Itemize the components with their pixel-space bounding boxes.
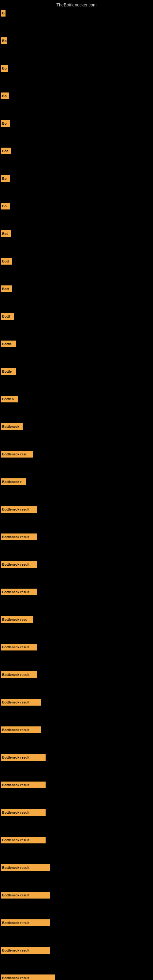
bar-label: Bott (1, 258, 12, 265)
bar-label: Bottleneck result (1, 699, 41, 706)
bar-spacer (1, 128, 152, 146)
bar-label: Bottleneck result (1, 864, 50, 871)
bar-label: Bottleneck result (1, 506, 37, 513)
bar-label: Bottleneck result (1, 589, 37, 595)
bar-spacer (1, 73, 152, 91)
bar-label: Bo (1, 203, 10, 210)
bar-label: Bottleneck result (1, 920, 50, 926)
bar-row: Bottleneck result (1, 725, 152, 734)
bar-spacer (1, 734, 152, 753)
bar-row: Bottleneck result (1, 891, 152, 900)
bar-row: Bottleneck result (1, 918, 152, 928)
bar-label: Bo (1, 65, 8, 72)
bar-spacer (1, 404, 152, 422)
bar-spacer (1, 486, 152, 505)
bar-label: Bottleneck result (1, 837, 46, 843)
bar-spacer (1, 156, 152, 174)
bar-row: Bottleneck result (1, 532, 152, 541)
bar-spacer (1, 789, 152, 808)
bar-spacer (1, 266, 152, 284)
bar-row: Bott (1, 284, 152, 293)
bar-spacer (1, 679, 152, 698)
bar-row: Bo (1, 119, 152, 128)
bar-spacer (1, 624, 152, 643)
bar-spacer (1, 707, 152, 725)
bar-spacer (1, 541, 152, 560)
bar-row: Bottleneck result (1, 780, 152, 789)
bar-spacer (1, 652, 152, 670)
bar-spacer (1, 597, 152, 615)
bar-row: Bott (1, 257, 152, 266)
bar-label: Bottleneck result (1, 644, 37, 651)
bar-row: Bottl (1, 312, 152, 321)
bar-row: Bottleneck (1, 422, 152, 431)
bar-spacer (1, 872, 152, 891)
bar-row: Bottleneck result (1, 505, 152, 514)
bar-row: Bo (1, 64, 152, 73)
bar-label: Bottlen (1, 396, 18, 402)
bar-label: Bottleneck result (1, 975, 55, 980)
bar-row: Bo (1, 202, 152, 211)
bar-spacer (1, 18, 152, 36)
bar-label: Bo (1, 92, 9, 99)
bar-spacer (1, 569, 152, 587)
site-title: TheBottlenecker.com (0, 0, 153, 9)
bar-row: Bottlen (1, 395, 152, 404)
bar-label: Bottle (1, 340, 16, 347)
bar-row: Bo (1, 174, 152, 183)
bar-label: Bottleneck result (1, 754, 46, 761)
bar-row: B (1, 9, 152, 18)
bar-spacer (1, 900, 152, 918)
bar-label: Bottleneck result (1, 892, 50, 899)
bar-label: Bo (1, 120, 10, 127)
bar-label: Bottle (1, 368, 16, 375)
bar-label: Bo (1, 175, 10, 182)
bar-spacer (1, 100, 152, 119)
bar-row: Bottleneck resu (1, 615, 152, 624)
bar-row: Bottleneck result (1, 946, 152, 955)
bar-spacer (1, 845, 152, 863)
bar-label: Bottleneck resu (1, 451, 33, 458)
bar-row: Bottle (1, 367, 152, 376)
bar-label: Bot (1, 230, 11, 237)
bar-spacer (1, 928, 152, 946)
bar-label: Bottleneck r (1, 478, 26, 485)
bar-spacer (1, 45, 152, 64)
bar-spacer (1, 321, 152, 339)
bar-label: Bottleneck result (1, 561, 37, 568)
bars-container: BBoBoBoBoBotBoBoBotBottBottBottlBottleBo… (0, 9, 153, 980)
bar-spacer (1, 211, 152, 229)
bar-label: Bottleneck result (1, 781, 46, 788)
bar-spacer (1, 817, 152, 835)
bar-label: Bottl (1, 313, 14, 320)
bar-label: Bot (1, 148, 11, 154)
bar-row: Bottleneck result (1, 643, 152, 652)
bar-spacer (1, 293, 152, 312)
bar-row: Bo (1, 36, 152, 45)
bar-row: Bottleneck resu (1, 450, 152, 459)
bar-row: Bottleneck result (1, 670, 152, 679)
bar-row: Bottleneck result (1, 835, 152, 845)
bar-row: Bottleneck result (1, 560, 152, 569)
bar-row: Bottleneck result (1, 587, 152, 597)
bar-row: Bottleneck result (1, 973, 152, 980)
bar-spacer (1, 762, 152, 780)
bar-row: Bottleneck result (1, 698, 152, 707)
bar-row: Bottleneck result (1, 808, 152, 817)
bar-spacer (1, 238, 152, 257)
bar-spacer (1, 183, 152, 202)
bar-label: Bottleneck result (1, 809, 46, 816)
bar-label: Bottleneck result (1, 947, 50, 954)
bar-label: Bottleneck resu (1, 616, 33, 623)
bar-spacer (1, 376, 152, 395)
bar-label: Bottleneck result (1, 726, 41, 733)
bar-row: Bottleneck result (1, 863, 152, 872)
bar-row: Bot (1, 229, 152, 238)
bar-label: Bottleneck result (1, 671, 37, 678)
bar-spacer (1, 514, 152, 532)
bar-label: B (1, 10, 5, 16)
bar-label: Bott (1, 285, 12, 292)
bar-label: Bottleneck result (1, 533, 37, 540)
bar-spacer (1, 348, 152, 367)
bar-row: Bo (1, 91, 152, 100)
